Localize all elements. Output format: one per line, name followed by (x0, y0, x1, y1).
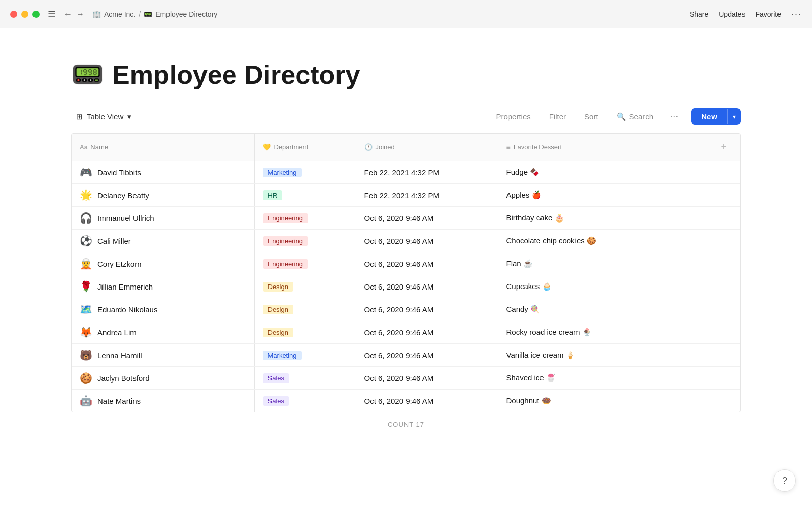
breadcrumb-org[interactable]: Acme Inc. (104, 10, 136, 18)
cell-joined-7: Oct 6, 2020 9:46 AM (356, 321, 498, 344)
cell-name-9[interactable]: 🍪 Jaclyn Botsford (72, 367, 254, 390)
dept-badge-6: Design (263, 305, 293, 314)
search-icon: 🔍 (617, 112, 626, 121)
add-column-button[interactable]: + (715, 139, 732, 155)
menu-icon[interactable]: ☰ (48, 9, 56, 20)
cell-dept-10[interactable]: Sales (254, 390, 356, 412)
cell-dept-6[interactable]: Design (254, 298, 356, 321)
row-emoji-3: ⚽ (80, 235, 92, 247)
dept-badge-5: Design (263, 282, 293, 292)
new-button-chevron[interactable]: ▾ (727, 109, 741, 124)
cell-dessert-4: Flan ☕ (498, 252, 706, 275)
cell-name-8[interactable]: 🐻 Lenna Hamill (72, 344, 254, 367)
favorite-button[interactable]: Favorite (755, 10, 781, 18)
search-label: Search (629, 112, 654, 121)
table-row[interactable]: 🍪 Jaclyn Botsford Sales Oct 6, 2020 9:46… (72, 367, 740, 390)
dept-badge-1: HR (263, 190, 283, 200)
search-button[interactable]: 🔍 Search (613, 110, 658, 123)
col-header-name[interactable]: Aa Name (72, 134, 254, 161)
table-view-label: Table View (87, 112, 123, 121)
cell-dept-7[interactable]: Design (254, 321, 356, 344)
table-footer: COUNT 17 (71, 421, 741, 428)
more-options-button[interactable]: ··· (791, 9, 802, 19)
table-view-icon: ⊞ (76, 112, 83, 121)
cell-name-0[interactable]: 🎮 David Tibbits (72, 161, 254, 184)
cell-dept-9[interactable]: Sales (254, 367, 356, 390)
cell-name-4[interactable]: 🧝 Cory Etzkorn (72, 252, 254, 275)
cell-dept-1[interactable]: HR (254, 184, 356, 207)
table-view-button[interactable]: ⊞ Table View ▾ (71, 109, 137, 124)
cell-name-10[interactable]: 🤖 Nate Martins (72, 390, 254, 412)
page-title-emoji: 📟 (71, 59, 104, 90)
more-toolbar-actions[interactable]: ··· (667, 110, 681, 123)
cell-dessert-3: Chocolate chip cookies 🍪 (498, 230, 706, 252)
forward-button[interactable]: → (76, 10, 84, 19)
cell-name-1[interactable]: 🌟 Delaney Beatty (72, 184, 254, 207)
row-name-10: Nate Martins (97, 397, 141, 405)
cell-dept-4[interactable]: Engineering (254, 252, 356, 275)
table-row[interactable]: 🦊 Andrea Lim Design Oct 6, 2020 9:46 AM … (72, 321, 740, 344)
table-row[interactable]: 🐻 Lenna Hamill Marketing Oct 6, 2020 9:4… (72, 344, 740, 367)
org-emoji: 🏢 (92, 10, 101, 18)
properties-button[interactable]: Properties (492, 110, 534, 123)
cell-dept-5[interactable]: Design (254, 275, 356, 298)
cell-joined-3: Oct 6, 2020 9:46 AM (356, 230, 498, 252)
cell-empty-6 (706, 298, 740, 321)
cell-empty-7 (706, 321, 740, 344)
cell-name-5[interactable]: 🌹 Jillian Emmerich (72, 275, 254, 298)
cell-empty-2 (706, 207, 740, 230)
table-row[interactable]: 🧝 Cory Etzkorn Engineering Oct 6, 2020 9… (72, 252, 740, 275)
breadcrumb-page[interactable]: Employee Directory (155, 10, 217, 18)
chevron-down-icon: ▾ (127, 112, 131, 121)
row-emoji-0: 🎮 (80, 166, 92, 178)
updates-button[interactable]: Updates (719, 10, 745, 18)
titlebar: ☰ ← → 🏢 Acme Inc. / 📟 Employee Directory… (0, 0, 812, 28)
cell-dept-3[interactable]: Engineering (254, 230, 356, 252)
cell-joined-5: Oct 6, 2020 9:46 AM (356, 275, 498, 298)
filter-button[interactable]: Filter (545, 110, 570, 123)
share-button[interactable]: Share (690, 10, 708, 18)
minimize-button[interactable] (21, 11, 28, 18)
cell-name-3[interactable]: ⚽ Cali Miller (72, 230, 254, 252)
close-button[interactable] (10, 11, 17, 18)
new-button[interactable]: New (691, 108, 727, 125)
row-name-4: Cory Etzkorn (97, 260, 142, 268)
help-button[interactable]: ? (773, 469, 796, 492)
dept-badge-2: Engineering (263, 213, 308, 223)
col-header-dessert[interactable]: ≡ Favorite Dessert (498, 134, 706, 161)
row-emoji-2: 🎧 (80, 212, 92, 224)
dept-badge-9: Sales (263, 373, 290, 383)
cell-joined-6: Oct 6, 2020 9:46 AM (356, 298, 498, 321)
cell-name-6[interactable]: 🗺️ Eduardo Nikolaus (72, 298, 254, 321)
table-row[interactable]: ⚽ Cali Miller Engineering Oct 6, 2020 9:… (72, 230, 740, 252)
col-header-joined[interactable]: 🕐 Joined (356, 134, 498, 161)
table-row[interactable]: 🌹 Jillian Emmerich Design Oct 6, 2020 9:… (72, 275, 740, 298)
row-name-5: Jillian Emmerich (97, 282, 153, 291)
cell-empty-0 (706, 161, 740, 184)
cell-dept-2[interactable]: Engineering (254, 207, 356, 230)
cell-dessert-9: Shaved ice 🍧 (498, 367, 706, 390)
table-row[interactable]: 🌟 Delaney Beatty HR Feb 22, 2021 4:32 PM… (72, 184, 740, 207)
cell-empty-3 (706, 230, 740, 252)
cell-dessert-6: Candy 🍭 (498, 298, 706, 321)
cell-dept-0[interactable]: Marketing (254, 161, 356, 184)
table-row[interactable]: 🎮 David Tibbits Marketing Feb 22, 2021 4… (72, 161, 740, 184)
back-button[interactable]: ← (64, 10, 72, 19)
maximize-button[interactable] (32, 11, 40, 18)
cell-joined-8: Oct 6, 2020 9:46 AM (356, 344, 498, 367)
cell-dessert-5: Cupcakes 🧁 (498, 275, 706, 298)
table-row[interactable]: 🤖 Nate Martins Sales Oct 6, 2020 9:46 AM… (72, 390, 740, 412)
nav-arrows: ← → (64, 10, 84, 19)
col-header-add[interactable]: + (706, 134, 740, 161)
col-header-department[interactable]: 💛 Department (254, 134, 356, 161)
table-row[interactable]: 🗺️ Eduardo Nikolaus Design Oct 6, 2020 9… (72, 298, 740, 321)
table-row[interactable]: 🎧 Immanuel Ullrich Engineering Oct 6, 20… (72, 207, 740, 230)
cell-dessert-0: Fudge 🍫 (498, 161, 706, 184)
cell-empty-5 (706, 275, 740, 298)
cell-name-7[interactable]: 🦊 Andrea Lim (72, 321, 254, 344)
cell-dept-8[interactable]: Marketing (254, 344, 356, 367)
cell-name-2[interactable]: 🎧 Immanuel Ullrich (72, 207, 254, 230)
dept-col-icon: 💛 (263, 143, 271, 151)
sort-button[interactable]: Sort (580, 110, 602, 123)
cell-dessert-7: Rocky road ice cream 🍨 (498, 321, 706, 344)
